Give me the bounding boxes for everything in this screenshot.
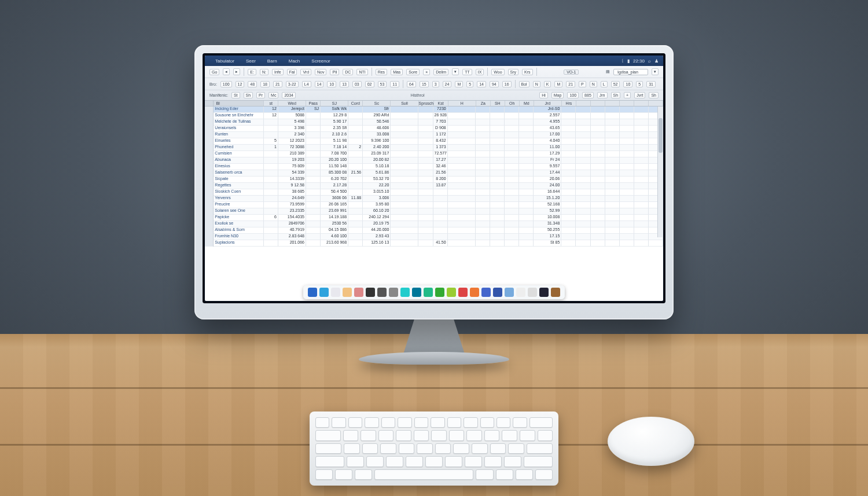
cell[interactable] [505,145,519,151]
cell[interactable] [634,177,649,183]
cell[interactable] [605,151,620,157]
cell[interactable]: Jrd-S0 [534,106,561,113]
cell[interactable] [620,189,634,196]
cell[interactable] [306,234,321,240]
cell[interactable]: 2.93 43 [363,234,391,240]
cell[interactable] [448,215,476,221]
cell[interactable]: 7230 [433,106,448,113]
cell[interactable] [561,183,576,189]
cell[interactable]: 8.432 [433,138,448,145]
cell[interactable] [264,177,278,183]
cell[interactable] [418,177,433,183]
cell[interactable] [391,119,418,126]
cell[interactable] [448,234,476,240]
row-label[interactable]: Runten [214,132,263,138]
cell[interactable] [561,234,576,240]
cell[interactable] [561,215,576,221]
dock-app-icon[interactable] [539,288,549,297]
cell[interactable] [634,132,649,138]
ribbon-button[interactable]: Res [376,69,387,75]
cell[interactable] [448,113,476,119]
cell[interactable] [264,240,278,247]
cell[interactable]: 60.10 20 [363,208,391,215]
cell[interactable] [561,189,576,196]
ribbon-button[interactable]: 100 [220,81,232,87]
row-label[interactable]: Yervenrs [214,196,263,202]
cell[interactable] [418,151,433,157]
cell[interactable]: 3.006 [363,196,391,202]
col-header[interactable] [634,101,649,106]
cell[interactable] [576,138,590,145]
cell[interactable]: 2 340 [278,132,306,138]
cell[interactable] [418,196,433,202]
cell[interactable] [448,157,476,164]
col-header[interactable] [605,101,620,106]
cell[interactable] [264,157,278,164]
cell[interactable]: 2530 56 [321,221,348,227]
cell[interactable] [490,189,505,196]
cell[interactable] [634,189,649,196]
ribbon-button[interactable]: 16 [502,81,512,87]
ribbon-button[interactable]: Mc [269,92,278,98]
ribbon-button[interactable]: Sh [611,92,621,98]
ribbon-button[interactable]: 48 [248,81,257,87]
cell[interactable] [605,202,620,208]
cell[interactable] [620,157,634,164]
cell[interactable] [591,170,605,177]
cell[interactable]: 15.1.20 [534,196,561,202]
cell[interactable]: 04.15 086 [321,227,348,234]
col-header[interactable]: Md [520,101,534,106]
cell[interactable] [476,202,490,208]
row-label[interactable]: Cumisien [214,151,263,157]
cell[interactable] [490,208,505,215]
col-header[interactable]: Kst [434,101,448,106]
cell[interactable] [448,208,476,215]
cell[interactable] [634,113,649,119]
cell[interactable] [620,138,634,145]
cell[interactable] [519,119,534,126]
cell[interactable]: 290 ARd [363,113,391,119]
cell[interactable] [448,170,476,177]
ribbon-button[interactable]: E: [248,69,256,75]
cell[interactable] [634,234,649,240]
cell[interactable]: D 908 [433,126,448,132]
cell[interactable] [348,151,363,157]
cell[interactable]: 50.255 [534,227,561,234]
row-label[interactable]: Einuetes [214,138,263,145]
cell[interactable] [433,221,448,227]
cell[interactable] [306,177,321,183]
cell[interactable]: 5.90 17 [321,119,348,126]
cell[interactable]: 1 373 [433,145,448,151]
cell[interactable] [561,196,576,202]
menubar-item[interactable]: Barn [267,58,277,64]
cell[interactable]: 41.50 [433,240,448,247]
cell[interactable]: 6.20 702 [321,177,348,183]
row-header[interactable] [205,234,214,240]
cell[interactable]: 75 809 [278,164,306,170]
cell[interactable] [505,183,519,189]
spreadsheet-grid[interactable]: Incicing Eder 12JerepctSJSsfk WkSfr7230J… [205,106,663,247]
ribbon-button[interactable]: Sry [508,69,519,75]
cell[interactable] [448,106,476,113]
ribbon-button[interactable]: M [554,81,562,87]
row-label[interactable]: Solaren see One [214,208,263,215]
cell[interactable] [576,106,590,113]
cell[interactable] [306,189,321,196]
cell[interactable]: 20.00 82 [363,157,391,164]
dock-app-icon[interactable] [319,288,329,297]
cell[interactable]: 73.9599 [278,202,306,208]
back-button[interactable]: ◂ [223,68,230,75]
cell[interactable] [476,170,490,177]
cell[interactable] [391,145,418,151]
col-header[interactable] [620,101,634,106]
cell[interactable] [605,240,620,247]
cell[interactable] [561,113,576,119]
col-header[interactable]: Cord [348,101,363,106]
cell[interactable]: 5 [264,138,278,145]
row-label[interactable]: Abunaca [214,157,263,164]
cell[interactable] [620,196,634,202]
cell[interactable]: Fr 24 [534,157,561,164]
cell[interactable] [391,151,418,157]
cell[interactable] [561,138,576,145]
cell[interactable] [264,183,278,189]
